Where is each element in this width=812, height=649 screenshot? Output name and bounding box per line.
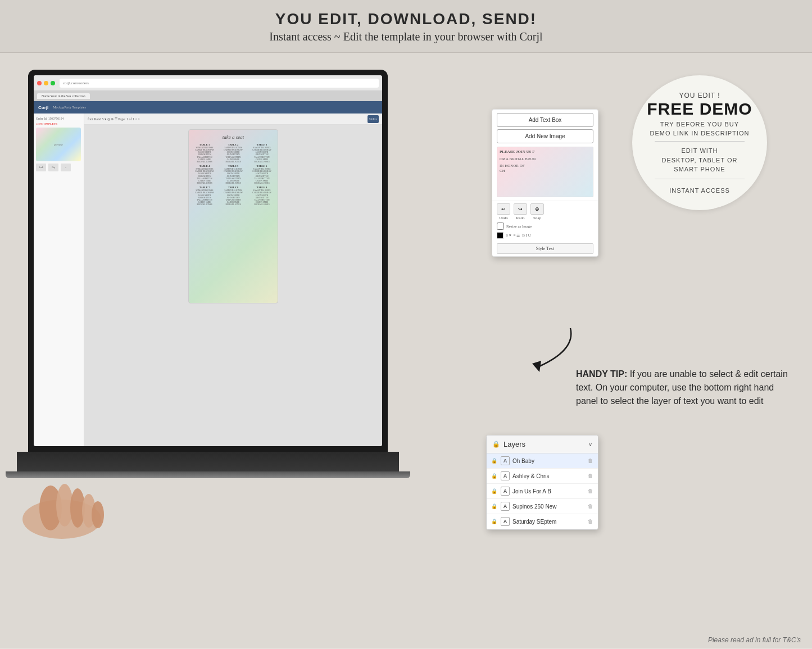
free-demo-try-before: TRY BEFORE YOU BUY (660, 121, 739, 128)
align-label: ≡ ☰ (514, 233, 520, 238)
snap-label: Snap (533, 216, 541, 220)
toolbar-actions: Orders (368, 115, 379, 123)
redo-button[interactable]: ↪ (514, 203, 527, 215)
snap-container: ⊕ Snap (530, 203, 544, 220)
svg-marker-7 (532, 361, 541, 372)
layer-item-oh-baby[interactable]: 🔒 A Oh Baby 🗑 (487, 453, 598, 469)
layer-delete-icon-1[interactable]: 🗑 (587, 458, 593, 464)
free-demo-devices: DESKTOP, TABLET OR SMART PHONE (662, 156, 738, 174)
action-btn-3: ✓ (61, 164, 71, 171)
layers-chevron-icon[interactable]: ∨ (588, 441, 592, 447)
resize-label: Resize as Image (506, 224, 532, 229)
screen-toolbar: font Rand S ▾ ◎ ⊕ ☰ Page: 1 of 1 < > Ord… (84, 114, 382, 125)
layers-lock-icon: 🔒 (492, 441, 500, 448)
table-block-4: TABLE 4 SAMANTHA JONESCARRIE BRADSHAWJAS… (191, 165, 218, 184)
undo-container: ↩ Undo (497, 203, 510, 220)
panel-actions-section: ↩ Undo ↪ Redo ⊕ Snap Resize as Image S ▾ (492, 201, 598, 241)
add-text-box-button[interactable]: Add Text Box (497, 113, 593, 127)
layer-delete-icon-4[interactable]: 🗑 (587, 503, 593, 509)
color-swatch (497, 232, 503, 239)
layers-header: 🔒 Layers ∨ (487, 435, 598, 453)
font-size-label: S ▾ (506, 233, 511, 238)
free-demo-instant: INSTANT ACCESS (669, 187, 730, 194)
layer-type-5: A (501, 517, 510, 526)
preview-text-line3: IN HONOR OF (500, 164, 591, 169)
screen-nav: Corjl MockupParty Templates (34, 101, 382, 114)
free-demo-you-edit: YOU EDIT ! (679, 92, 720, 99)
preview-text-line1: PLEASE JOIN US F (500, 149, 591, 155)
layer-type-4: A (501, 502, 510, 511)
layer-name-join-us: Join Us For A B (512, 488, 584, 494)
layer-delete-icon-2[interactable]: 🗑 (587, 473, 593, 479)
layer-type-2: A (501, 471, 510, 480)
table-grid: TABLE 1 SAMANTHA JONESCARRIE BRADSHAWJAS… (191, 143, 275, 206)
table-names-4: SAMANTHA JONESCARRIE BRADSHAWJASON SMITH… (191, 168, 218, 184)
undo-label: Undo (499, 216, 508, 220)
layer-item-saturday[interactable]: 🔒 A Saturday SEptem 🗑 (487, 514, 598, 529)
table-block-8: TABLE 8 SAMANTHA JONESCARRIE BRADSHAWJAS… (220, 186, 247, 206)
free-demo-circle: YOU EDIT ! FREE DEMO TRY BEFORE YOU BUY … (632, 75, 767, 210)
layer-delete-icon-5[interactable]: 🗑 (587, 519, 593, 524)
seating-title: take a seat (191, 134, 275, 140)
free-demo-divider-2 (655, 179, 745, 179)
undo-button[interactable]: ↩ (497, 203, 510, 215)
minimize-dot (44, 81, 48, 85)
order-id: Order Id: 1500750194 (36, 117, 81, 120)
free-demo-demo-link: DEMO LINK IN DESCRIPTION (650, 130, 750, 137)
layer-item-join-us[interactable]: 🔒 A Join Us For A B 🗑 (487, 484, 598, 499)
order-thumbnail: preview (36, 128, 81, 161)
seating-chart: take a seat TABLE 1 SAMANTHA JONESCARRIE… (188, 129, 278, 303)
layer-item-supinos[interactable]: 🔒 A Supinos 250 New 🗑 (487, 499, 598, 514)
headline: YOU EDIT, DOWNLOAD, SEND! (0, 10, 812, 28)
layer-lock-icon-2: 🔒 (491, 473, 498, 479)
thumb-text: preview (54, 143, 63, 146)
layer-name-ashley-chris: Ashley & Chris (512, 473, 584, 479)
table-names-6: SAMANTHA JONESCARRIE BRADSHAWJASON SMITH… (248, 168, 275, 184)
laptop-screen-bezel: corjl.com/orders Name Your in the Sea co… (28, 70, 388, 452)
maximize-dot (51, 81, 55, 85)
table-block-9: TABLE 9 SAMANTHA JONESCARRIE BRADSHAWJAS… (248, 186, 275, 206)
browser-bar: corjl.com/orders (34, 75, 382, 91)
bottom-disclaimer: Please read ad in full for T&C's (708, 636, 801, 644)
free-demo-edit-with: EDIT WITH (681, 146, 718, 156)
url-text: corjl.com/orders (63, 81, 89, 85)
laptop-screen: corjl.com/orders Name Your in the Sea co… (34, 75, 382, 446)
screen-sidebar: Order Id: 1500750194 ● INCOMPLETE previe… (34, 114, 84, 446)
resize-checkbox[interactable] (497, 223, 504, 230)
table-block-6: TABLE 6 SAMANTHA JONESCARRIE BRADSHAWJAS… (248, 165, 275, 184)
preview-text-line2: OR A BRIDAL BRUN (500, 157, 591, 162)
panel-icons-row: ↩ Undo ↪ Redo ⊕ Snap (497, 203, 593, 220)
layer-lock-icon-5: 🔒 (491, 519, 498, 524)
snap-button[interactable]: ⊕ (530, 203, 544, 215)
main-area: corjl.com/orders Name Your in the Sea co… (0, 53, 812, 648)
table-block-3: TABLE 3 SAMANTHA JONESCARRIE BRADSHAWJAS… (248, 143, 275, 163)
table-names-3: SAMANTHA JONESCARRIE BRADSHAWJASON SMITH… (248, 147, 275, 163)
handy-tip-arrow-svg (520, 323, 587, 379)
redo-container: ↪ Redo (514, 203, 527, 220)
table-names-8: SAMANTHA JONESCARRIE BRADSHAWJASON SMITH… (220, 189, 247, 206)
redo-label: Redo (516, 216, 525, 220)
table-names-5: SAMANTHA JONESCARRIE BRADSHAWJASON SMITH… (220, 168, 247, 184)
layer-delete-icon-3[interactable]: 🗑 (587, 488, 593, 494)
layer-name-saturday: Saturday SEptem (512, 519, 584, 525)
nav-menu: MockupParty Templates (53, 106, 86, 109)
layer-lock-icon-4: 🔒 (491, 503, 498, 509)
corjl-logo: Corjl (38, 105, 48, 110)
layer-type-3: A (501, 487, 510, 496)
table-block-2: TABLE 2 SAMANTHA JONESCARRIE BRADSHAWJAS… (220, 143, 247, 163)
table-block-1: TABLE 1 SAMANTHA JONESCARRIE BRADSHAWJAS… (191, 143, 218, 163)
handy-tip-container: HANDY TIP: If you are unable to select &… (576, 367, 790, 408)
table-names-9: SAMANTHA JONESCARRIE BRADSHAWJASON SMITH… (248, 189, 275, 206)
layer-lock-icon-1: 🔒 (491, 458, 498, 464)
browser-tabs: Name Your in the Sea collection (34, 91, 382, 101)
handy-tip-text: HANDY TIP: If you are unable to select &… (576, 369, 788, 406)
table-block-5: TABLE 5 SAMANTHA JONESCARRIE BRADSHAWJAS… (220, 165, 247, 184)
hand-area (17, 441, 129, 553)
layer-item-ashley-chris[interactable]: 🔒 A Ashley & Chris 🗑 (487, 469, 598, 484)
add-new-image-button[interactable]: Add New Image (497, 129, 593, 143)
canvas-preview: PLEASE JOIN US F OR A BRIDAL BRUN IN HON… (497, 147, 593, 197)
layers-title-text: Layers (503, 440, 525, 448)
style-text-button[interactable]: Style Text (497, 243, 593, 254)
layers-panel: 🔒 Layers ∨ 🔒 A Oh Baby 🗑 🔒 A Ashley & Ch… (486, 435, 598, 530)
browser-url: corjl.com/orders (60, 79, 379, 88)
